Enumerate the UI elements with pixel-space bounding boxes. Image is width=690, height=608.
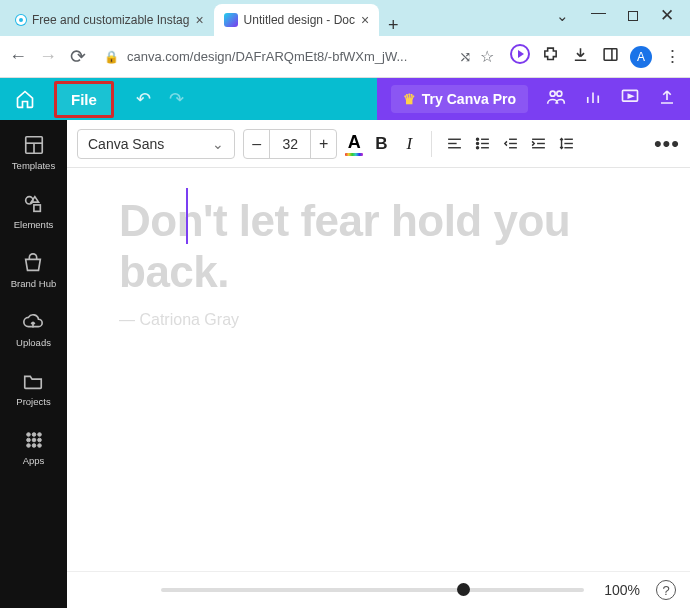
extensions-icon[interactable] <box>540 46 560 68</box>
headline-text[interactable]: Don't let fear hold you back. <box>119 196 638 297</box>
present-icon[interactable] <box>620 87 640 112</box>
spacing-button[interactable] <box>556 134 576 154</box>
sidebar-item-projects[interactable]: Projects <box>16 366 50 411</box>
minimize-button[interactable]: — <box>591 3 606 20</box>
bullet-list-button[interactable] <box>472 134 492 154</box>
tab-label: Free and customizable Instag <box>32 13 189 27</box>
decrease-size-button[interactable]: – <box>244 130 270 158</box>
lock-icon: 🔒 <box>104 50 119 64</box>
browser-tabs: Free and customizable Instag × Untitled … <box>0 0 546 36</box>
chevron-down-icon[interactable]: ⌄ <box>556 7 569 25</box>
sidebar-item-uploads[interactable]: Uploads <box>16 307 51 352</box>
more-options-button[interactable]: ••• <box>654 131 680 157</box>
crown-icon: ♛ <box>403 91 416 107</box>
zoom-value[interactable]: 100% <box>604 582 640 598</box>
document-content[interactable]: Don't let fear hold you back. — Catriona… <box>67 168 690 357</box>
svg-point-15 <box>32 433 36 437</box>
close-icon[interactable]: × <box>361 12 369 28</box>
font-size-input[interactable]: 32 <box>270 136 310 152</box>
browser-tab-1[interactable]: Untitled design - Doc × <box>214 4 380 36</box>
main-area: Templates Elements Brand Hub Uploads Pro… <box>0 120 690 608</box>
try-pro-button[interactable]: ♛ Try Canva Pro <box>391 85 528 113</box>
undo-redo-group: ↶ ↷ <box>136 88 184 110</box>
font-size-control: – 32 + <box>243 129 337 159</box>
bold-button[interactable]: B <box>371 134 391 154</box>
browser-toolbar: ← → ⟳ 🔒 canva.com/design/DAFrARQmEt8/-bf… <box>0 36 690 78</box>
favicon-icon <box>16 15 26 25</box>
svg-point-14 <box>26 433 30 437</box>
browser-tab-0[interactable]: Free and customizable Instag × <box>6 4 214 36</box>
redo-button[interactable]: ↷ <box>169 88 184 110</box>
text-cursor <box>186 188 188 244</box>
svg-point-18 <box>32 438 36 442</box>
svg-point-19 <box>37 438 41 442</box>
byline-text[interactable]: — Catriona Gray <box>119 311 638 329</box>
analytics-icon[interactable] <box>584 88 602 111</box>
window-controls: ⌄ — ✕ <box>546 5 690 36</box>
zoom-slider-knob[interactable] <box>457 583 470 596</box>
zoom-slider[interactable] <box>161 588 584 592</box>
maximize-button[interactable] <box>628 11 638 21</box>
undo-button[interactable]: ↶ <box>136 88 151 110</box>
svg-point-27 <box>476 142 478 144</box>
sidebar-item-elements[interactable]: Elements <box>14 189 54 234</box>
back-button[interactable]: ← <box>8 46 28 67</box>
share-icon[interactable] <box>658 88 676 111</box>
reload-button[interactable]: ⟳ <box>68 45 88 68</box>
menu-icon[interactable]: ⋮ <box>662 46 682 67</box>
italic-button[interactable]: I <box>399 134 419 154</box>
panel-icon[interactable] <box>600 46 620 68</box>
file-menu-button[interactable]: File <box>63 87 105 112</box>
text-toolbar: Canva Sans ⌄ – 32 + A B I <box>67 120 690 168</box>
left-sidebar: Templates Elements Brand Hub Uploads Pro… <box>0 120 67 608</box>
new-tab-button[interactable]: + <box>379 15 407 36</box>
play-icon[interactable] <box>510 44 530 69</box>
document-canvas[interactable]: Don't let fear hold you back. — Catriona… <box>67 168 690 593</box>
svg-point-20 <box>26 444 30 448</box>
app-top-left-section: File ↶ ↷ <box>50 78 202 120</box>
svg-point-28 <box>476 147 478 149</box>
editor-pane: Canva Sans ⌄ – 32 + A B I <box>67 120 690 608</box>
svg-point-26 <box>476 138 478 140</box>
svg-rect-1 <box>604 48 617 59</box>
app-top-bar: File ↶ ↷ ♛ Try Canva Pro <box>0 78 690 120</box>
svg-point-3 <box>550 91 555 96</box>
download-icon[interactable] <box>570 46 590 68</box>
indent-button[interactable] <box>528 134 548 154</box>
color-bar-icon <box>345 153 363 156</box>
profile-avatar[interactable]: A <box>630 46 652 68</box>
sidebar-item-templates[interactable]: Templates <box>12 130 55 175</box>
file-button-highlight: File <box>54 81 114 118</box>
close-button[interactable]: ✕ <box>660 5 674 26</box>
app-top-right-section: ♛ Try Canva Pro <box>377 78 690 120</box>
window-titlebar: Free and customizable Instag × Untitled … <box>0 0 690 36</box>
outdent-button[interactable] <box>500 134 520 154</box>
sidebar-item-apps[interactable]: Apps <box>23 425 45 470</box>
align-button[interactable] <box>444 134 464 154</box>
sidebar-item-brandhub[interactable]: Brand Hub <box>11 248 56 293</box>
toolbar-divider <box>431 131 432 157</box>
increase-size-button[interactable]: + <box>310 130 336 158</box>
close-icon[interactable]: × <box>195 12 203 28</box>
svg-rect-13 <box>34 205 40 211</box>
text-color-button[interactable]: A <box>345 132 363 156</box>
help-button[interactable]: ? <box>656 580 676 600</box>
zoom-control <box>161 588 584 592</box>
home-button[interactable] <box>0 78 50 120</box>
chevron-down-icon: ⌄ <box>212 136 224 152</box>
url-text: canva.com/design/DAFrARQmEt8/-bfWXm_jW..… <box>127 49 451 64</box>
star-icon[interactable]: ☆ <box>480 47 494 66</box>
svg-point-17 <box>26 438 30 442</box>
font-family-select[interactable]: Canva Sans ⌄ <box>77 129 235 159</box>
address-bar[interactable]: 🔒 canva.com/design/DAFrARQmEt8/-bfWXm_jW… <box>98 47 500 66</box>
svg-point-22 <box>37 444 41 448</box>
footer-bar: 100% ? <box>67 571 690 608</box>
people-icon[interactable] <box>546 87 566 112</box>
translate-icon[interactable]: ⤭ <box>459 48 472 66</box>
tab-label: Untitled design - Doc <box>244 13 355 27</box>
forward-button[interactable]: → <box>38 46 58 67</box>
favicon-icon <box>224 13 238 27</box>
svg-point-4 <box>557 91 562 96</box>
svg-point-21 <box>32 444 36 448</box>
svg-point-16 <box>37 433 41 437</box>
